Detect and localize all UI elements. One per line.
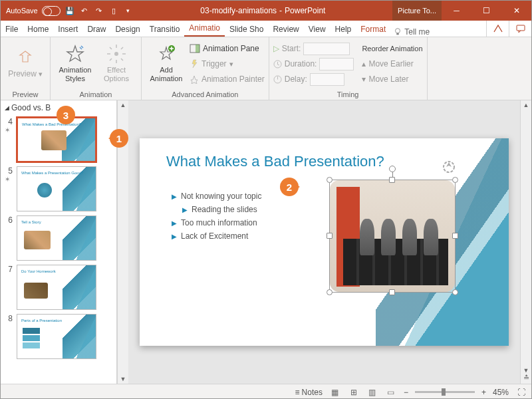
notes-button[interactable]: ≡Notes [295,388,323,397]
add-animation-icon [156,43,177,65]
trigger-button[interactable]: Trigger ▾ [190,57,265,70]
slideshow-view-icon[interactable]: ▭ [385,387,397,398]
document-title: 03-modify-animations [200,6,277,15]
tab-animations[interactable]: Animatio [184,21,225,37]
title-bar: AutoSave 💾 ↶ ↷ ▯ ▾ 03-modify-animations … [1,1,531,21]
reading-view-icon[interactable]: ▥ [366,387,378,398]
redo-icon[interactable]: ↷ [94,5,104,16]
group-label: Advanced Animation [172,89,238,100]
group-label: Preview [12,89,38,100]
tab-design[interactable]: Design [110,22,144,37]
resize-handle[interactable] [389,289,395,295]
effect-options-icon [106,43,127,65]
slide-panel: ◢Good vs. B 4✶ What Makes a Bad Presenta… [1,100,117,384]
delay-input[interactable] [310,73,344,86]
pane-icon [190,44,200,53]
zoom-slider[interactable] [415,391,475,393]
resize-handle[interactable] [327,289,332,295]
start-field[interactable]: ▷Start: [273,42,354,55]
tab-slideshow[interactable]: Slide Sho [225,22,268,37]
tab-insert[interactable]: Insert [53,22,82,37]
svg-point-0 [396,29,400,33]
tab-file[interactable]: File [1,22,23,37]
slide-thumbnail-6[interactable]: Tell a Story [17,215,96,261]
tab-draw[interactable]: Draw [82,22,110,37]
qat-dropdown-icon[interactable]: ▾ [123,5,134,16]
resize-handle[interactable] [389,177,395,183]
main-area: ◢Good vs. B 4✶ What Makes a Bad Presenta… [1,100,531,384]
ribbon: Preview ▾ Preview Animation Styles Effec… [1,37,531,100]
delay-icon [273,75,282,84]
undo-icon[interactable]: ↶ [79,5,90,16]
zoom-out-button[interactable]: − [404,388,408,397]
slide-thumbnail-7[interactable]: Do Your Homework [17,265,96,310]
rotate-handle[interactable] [389,166,396,172]
sorter-view-icon[interactable]: ⊞ [348,387,360,398]
app-name: PowerPoint [285,6,325,15]
maximize-button[interactable]: ☐ [471,1,501,21]
effect-options-button[interactable]: Effect Options [96,40,137,86]
resize-handle[interactable] [452,177,458,183]
tell-me[interactable]: Tell me [393,27,430,37]
autosave-toggle[interactable] [42,6,61,16]
tab-transitions[interactable]: Transitio [145,22,185,37]
start-from-beginning-icon[interactable]: ▯ [108,5,119,16]
callout-1: 1 [110,129,128,148]
slide-number: 6 [5,215,13,225]
svg-point-3 [114,52,118,56]
editor-scrollbar[interactable]: ▲▼≛ [520,100,531,384]
animation-styles-button[interactable]: Animation Styles [55,40,96,86]
move-earlier-button[interactable]: ▴Move Earlier [362,57,422,70]
tab-review[interactable]: Review [268,22,303,37]
group-label: Timing [337,89,359,100]
close-button[interactable]: ✕ [501,1,531,21]
comments-button[interactable] [509,21,531,37]
slide-thumbnail-4[interactable]: What Makes a Bad Presentation? [17,117,96,162]
share-button[interactable] [486,21,509,37]
resize-handle[interactable] [327,233,332,239]
resize-handle[interactable] [452,289,458,295]
duration-input[interactable] [319,58,354,70]
tab-help[interactable]: Help [331,22,356,37]
zoom-in-button[interactable]: + [481,388,486,397]
group-preview: Preview ▾ Preview [1,37,51,100]
selected-image[interactable] [329,180,456,293]
tab-format[interactable]: Format [356,22,390,37]
duration-field[interactable]: Duration: [273,57,354,70]
painter-icon [190,74,199,84]
resize-handle[interactable] [327,177,332,183]
animation-indicator-icon: ✶ [5,176,13,183]
animation-indicator-icon: ✶ [5,126,13,134]
entrance-indicator-icon [440,158,458,176]
normal-view-icon[interactable]: ▦ [329,387,341,398]
move-later-button[interactable]: ▾Move Later [362,72,422,86]
group-advanced-animation: Add Animation Animation Pane Trigger ▾ A… [142,37,269,100]
animation-painter-button[interactable]: Animation Painter [190,72,265,86]
slide-thumbnail-8[interactable]: Parts of a Presentation [17,314,96,359]
tab-view[interactable]: View [304,22,331,37]
bullet-list[interactable]: ▶Not knowing your topic ▶Reading the sli… [172,192,261,245]
resize-handle[interactable] [452,233,458,239]
slide-number: 8 [5,314,13,323]
minimize-button[interactable]: ─ [442,1,471,21]
add-animation-button[interactable]: Add Animation [146,40,187,86]
contextual-tab-label: Picture To... [392,1,442,21]
slide-editor[interactable]: What Makes a Bad Presentation? ▶Not know… [128,100,520,384]
slide-number: 7 [5,265,13,274]
start-input[interactable] [303,43,350,55]
lightbulb-icon [393,27,402,37]
preview-button[interactable]: Preview ▾ [5,40,46,86]
zoom-level[interactable]: 45% [493,388,509,397]
delay-field[interactable]: Delay: [273,72,354,86]
group-timing: ▷Start: Duration: Delay: Reorder Animati… [269,37,428,100]
tab-home[interactable]: Home [23,22,53,37]
save-icon[interactable]: 💾 [65,5,75,16]
callout-2: 2 [280,178,299,196]
slide-title[interactable]: What Makes a Bad Presentation? [166,153,384,170]
preview-icon [15,47,36,68]
fit-to-window-icon[interactable]: ⛶ [515,387,527,398]
svg-rect-1 [397,33,400,35]
slide-number: 4 [5,117,13,126]
animation-pane-button[interactable]: Animation Pane [190,42,265,55]
slide-thumbnail-5[interactable]: What Makes a Presentation Good? [17,166,96,211]
